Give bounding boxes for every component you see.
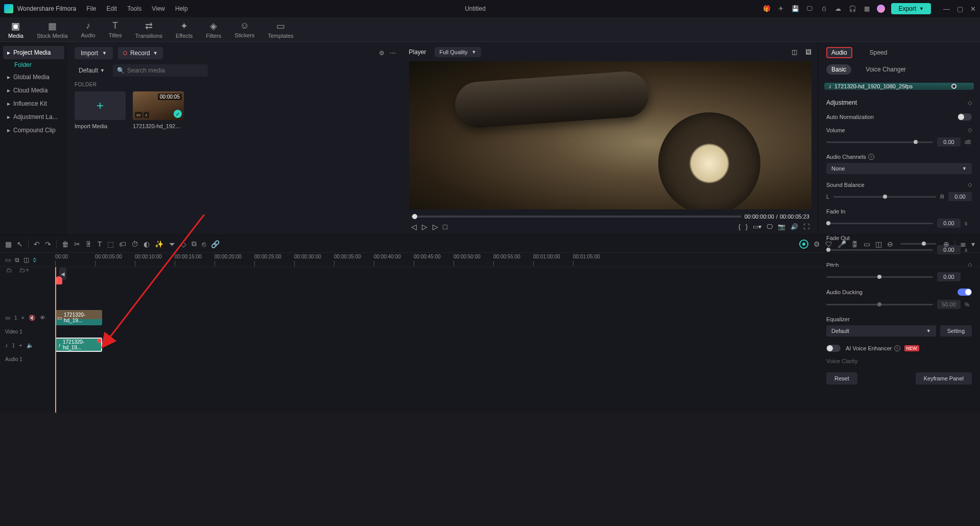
volume-slider[interactable] — [826, 141, 933, 143]
keyframe-diamond-icon[interactable]: ◇ — [968, 100, 972, 106]
tab-effects[interactable]: ✦Effects — [174, 19, 195, 40]
play-icon[interactable]: ▷ — [422, 223, 427, 231]
picture-icon[interactable]: 🖼 — [805, 49, 811, 56]
menu-help[interactable]: Help — [175, 5, 188, 12]
tab-speed-inspector[interactable]: Speed — [865, 47, 893, 58]
video-clip[interactable]: ▭1721320-hd_19... — [55, 310, 102, 325]
preview-viewport[interactable] — [409, 61, 812, 209]
tab-stock-media[interactable]: ▦Stock Media — [35, 19, 70, 40]
delete-icon[interactable]: 🗑 — [62, 240, 69, 248]
save-icon[interactable]: 💾 — [791, 5, 799, 13]
close-icon[interactable]: ✕ — [970, 5, 976, 13]
send-icon[interactable]: ✈ — [777, 5, 785, 13]
preview-scrubber[interactable] — [411, 216, 742, 218]
audio-channels-dropdown[interactable]: None▼ — [826, 163, 972, 174]
crop-icon[interactable]: ⬚ — [107, 240, 114, 248]
volume-icon[interactable]: 🔊 — [791, 223, 798, 230]
info-icon[interactable]: ? — [868, 154, 874, 160]
menu-view[interactable]: View — [152, 5, 165, 12]
maximize-icon[interactable]: ▢ — [957, 5, 963, 13]
tune-icon[interactable]: 🎚 — [85, 240, 92, 248]
tag-icon[interactable]: 🏷 — [119, 240, 126, 248]
video-track-icon[interactable]: ▭ — [5, 315, 10, 321]
menu-edit[interactable]: Edit — [107, 5, 117, 12]
quality-dropdown[interactable]: Full Quality▼ — [435, 47, 482, 57]
fullscreen-icon[interactable]: ⛶ — [803, 223, 809, 230]
text-icon[interactable]: T — [98, 240, 102, 248]
sidebar-item-project-media[interactable]: ▸Project Media — [3, 46, 64, 59]
view-options-icon[interactable]: ▾ — [971, 240, 975, 248]
volume-value[interactable]: 0.00 — [937, 137, 961, 147]
sidebar-item-cloud-media[interactable]: ▸Cloud Media — [3, 84, 64, 97]
media-clip-card[interactable]: 00:00:05 ▭♪ ✓ 1721320-hd_1920_108... — [133, 91, 184, 129]
render-indicator[interactable] — [799, 240, 808, 249]
timeline-tracks[interactable]: ▭1 + 🔇 👁 ▭1721320-hd_19... Video 1 ♪1 + … — [0, 267, 980, 413]
export-button[interactable]: Export▼ — [891, 3, 931, 14]
sidebar-item-influence-kit[interactable]: ▸Influence Kit — [3, 97, 64, 110]
panel-icon[interactable]: ◫ — [875, 240, 882, 248]
card-icon[interactable]: ▭ — [864, 240, 870, 248]
camera-icon[interactable]: 📷 — [778, 223, 785, 230]
avatar[interactable] — [877, 5, 885, 13]
stop-icon[interactable]: □ — [443, 223, 447, 231]
balance-slider[interactable] — [833, 196, 936, 198]
menu-tools[interactable]: Tools — [127, 5, 141, 12]
track-header-icon-3[interactable]: ◫ — [23, 256, 29, 264]
tab-media[interactable]: ▣Media — [6, 19, 26, 40]
zoom-slider[interactable] — [900, 243, 936, 245]
playhead[interactable] — [55, 267, 56, 413]
sidebar-item-compound-clip[interactable]: ▸Compound Clip — [3, 124, 64, 137]
prev-frame-icon[interactable]: ◁ — [411, 223, 417, 231]
group-icon[interactable]: ⧉ — [192, 240, 197, 248]
audio-clip[interactable]: ♪1721320-hd_19... — [55, 338, 102, 352]
grid-icon[interactable]: ▦ — [5, 240, 12, 248]
detach-icon[interactable]: ⎋ — [202, 240, 206, 248]
mic-icon[interactable]: 🎤 — [838, 240, 846, 248]
tab-filters[interactable]: ◈Filters — [204, 19, 223, 40]
ratio-icon[interactable]: ▭▾ — [753, 223, 761, 230]
link-icon[interactable]: 🔗 — [211, 240, 220, 248]
volume-keyframe-icon[interactable]: ◇ — [968, 127, 972, 133]
tab-titles[interactable]: TTitles — [107, 19, 124, 39]
next-frame-icon[interactable]: ▷ — [433, 223, 438, 231]
sort-dropdown[interactable]: Default▼ — [75, 65, 109, 76]
color-icon[interactable]: ◐ — [144, 240, 150, 248]
subtab-voice-changer[interactable]: Voice Changer — [861, 64, 911, 75]
visibility-icon[interactable]: 👁 — [40, 315, 45, 321]
cloud-icon[interactable]: ☁ — [834, 5, 842, 13]
display-icon[interactable]: 🖵 — [767, 223, 773, 230]
snapshot-icon[interactable]: ⎙ — [820, 5, 828, 13]
audio-track-icon[interactable]: ♪ — [5, 342, 8, 348]
tab-audio[interactable]: ♪Audio — [79, 19, 98, 39]
zoom-out-icon[interactable]: ⊖ — [887, 240, 893, 248]
marker-icon[interactable] — [55, 276, 62, 284]
audio-waveform-block[interactable]: ♪ 1721320-hd_1920_1080_25fps — [824, 83, 974, 90]
record-button[interactable]: Record▼ — [118, 47, 163, 59]
speed-icon[interactable]: ⏱ — [131, 240, 138, 248]
mixer-icon[interactable]: 🎛 — [851, 240, 858, 248]
gift-icon[interactable]: 🎁 — [762, 5, 771, 13]
marker-icon[interactable]: ⏷ — [169, 240, 176, 248]
subtab-basic[interactable]: Basic — [826, 64, 851, 75]
magnet-icon[interactable]: ⧲ — [33, 256, 36, 264]
search-input[interactable] — [113, 64, 208, 77]
sidebar-item-global-media[interactable]: ▸Global Media — [3, 70, 64, 84]
apps-icon[interactable]: ▦ — [863, 5, 871, 13]
undo-icon[interactable]: ↶ — [34, 240, 40, 248]
import-media-card[interactable]: + Import Media — [75, 91, 126, 129]
audio-mute-icon[interactable]: 🔈 — [27, 342, 34, 349]
auto-normalization-toggle[interactable] — [958, 113, 972, 121]
track-header-icon-2[interactable]: ⧉ — [15, 256, 19, 264]
mute-icon[interactable]: 🔇 — [29, 315, 36, 321]
minimize-icon[interactable]: — — [943, 5, 950, 13]
mark-out-icon[interactable]: } — [746, 223, 748, 230]
cut-icon[interactable]: ✂ — [74, 240, 80, 248]
tab-audio-inspector[interactable]: Audio — [826, 47, 852, 58]
key-icon[interactable]: ◇ — [181, 240, 186, 248]
monitor-icon[interactable]: 🖵 — [805, 5, 814, 13]
tab-transitions[interactable]: ⇄Transitions — [133, 19, 164, 40]
compare-icon[interactable]: ◫ — [792, 49, 797, 56]
zoom-in-icon[interactable]: ⊕ — [943, 240, 949, 248]
menu-file[interactable]: File — [86, 5, 96, 12]
sidebar-item-adjustment-layer[interactable]: ▸Adjustment La... — [3, 110, 64, 124]
